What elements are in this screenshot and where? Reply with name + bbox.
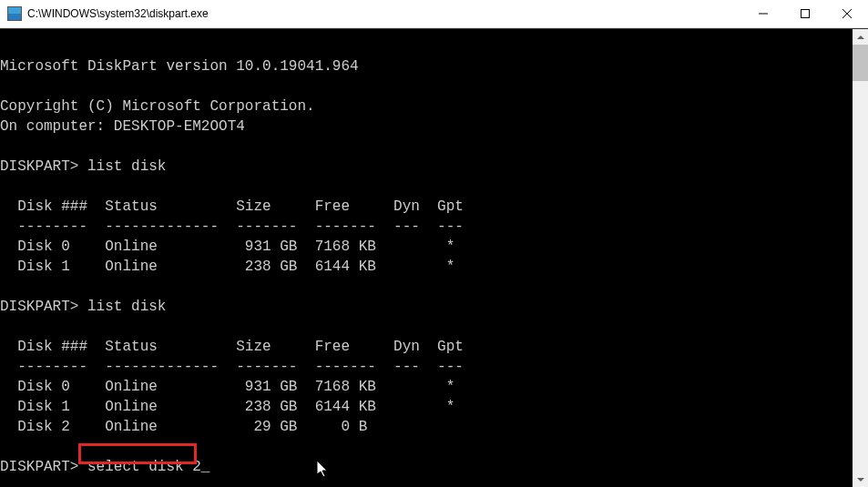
close-button[interactable] [826,0,868,28]
table-row: Disk 0 Online 931 GB 7168 KB * [0,379,454,395]
version-line: Microsoft DiskPart version 10.0.19041.96… [0,58,359,75]
diskpart-app-icon [7,6,22,21]
terminal-area[interactable]: Microsoft DiskPart version 10.0.19041.96… [0,28,868,487]
typed-command: select disk 2 [87,459,201,475]
maximize-button[interactable] [784,0,826,28]
table-header: Disk ### Status Size Free Dyn Gpt [0,339,464,355]
copyright-line: Copyright (C) Microsoft Corporation. [0,98,315,115]
table-row: Disk 1 Online 238 GB 6144 KB * [0,399,454,415]
vertical-scrollbar[interactable] [853,29,868,487]
terminal-output: Microsoft DiskPart version 10.0.19041.96… [0,29,868,477]
svg-marker-4 [857,36,864,39]
prompt-line: DISKPART> list disk [0,299,166,315]
computer-line: On computer: DESKTOP-EM2OOT4 [0,118,245,135]
table-header: Disk ### Status Size Free Dyn Gpt [0,198,464,215]
svg-rect-1 [802,10,810,18]
prompt-line: DISKPART> list disk [0,158,166,175]
table-divider: -------- ------------- ------- ------- -… [0,359,464,375]
minimize-button[interactable] [742,0,784,28]
scroll-thumb[interactable] [853,45,868,81]
window-controls [742,0,868,28]
scroll-track[interactable] [853,45,868,472]
table-row: Disk 0 Online 931 GB 7168 KB * [0,238,454,255]
scroll-up-arrow-icon[interactable] [853,29,868,45]
scroll-down-arrow-icon[interactable] [853,472,868,487]
table-row: Disk 1 Online 238 GB 6144 KB * [0,259,454,275]
caret: _ [201,459,210,475]
prompt-prefix: DISKPART> [0,459,87,475]
titlebar-left: C:\WINDOWS\system32\diskpart.exe [7,6,209,21]
titlebar[interactable]: C:\WINDOWS\system32\diskpart.exe [0,0,868,28]
maximize-icon [801,9,810,18]
table-divider: -------- ------------- ------- ------- -… [0,218,464,235]
svg-marker-5 [857,478,864,482]
close-icon [842,9,852,18]
minimize-icon [759,9,768,18]
window-title: C:\WINDOWS\system32\diskpart.exe [27,7,209,20]
table-row: Disk 2 Online 29 GB 0 B [0,419,367,435]
